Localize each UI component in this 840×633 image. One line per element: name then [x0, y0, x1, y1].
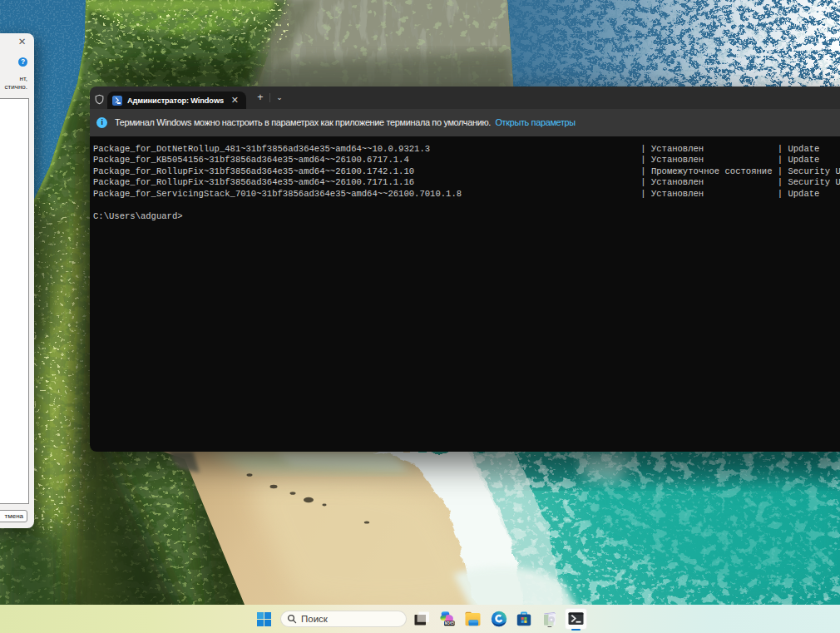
svg-text:M365: M365 — [445, 621, 455, 626]
